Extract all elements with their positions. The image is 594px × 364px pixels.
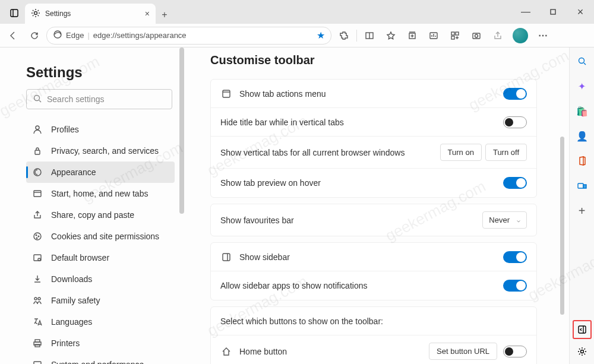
home-icon bbox=[220, 347, 232, 356]
svg-point-30 bbox=[34, 297, 37, 300]
edge-sidebar: ✦ 🛍️ 👤 + bbox=[569, 48, 594, 364]
svg-point-49 bbox=[580, 350, 583, 353]
toggle-hide-titlebar[interactable] bbox=[503, 116, 527, 128]
profile-icon bbox=[32, 124, 43, 135]
svg-rect-13 bbox=[456, 32, 459, 35]
nav-printers[interactable]: Printers bbox=[26, 333, 175, 354]
sidebar-discover-icon[interactable]: ✦ bbox=[573, 77, 591, 95]
favourites-select[interactable]: Never ⌵ bbox=[482, 211, 527, 229]
toggle-tab-actions[interactable] bbox=[503, 88, 527, 100]
svg-point-27 bbox=[36, 238, 37, 239]
start-icon bbox=[32, 188, 43, 199]
nav-family[interactable]: Family safety bbox=[26, 290, 175, 311]
toggle-home-button[interactable] bbox=[503, 346, 527, 357]
svg-rect-46 bbox=[578, 183, 583, 188]
refresh-button[interactable] bbox=[25, 26, 44, 45]
nav-languages[interactable]: Languages bbox=[26, 311, 175, 333]
svg-rect-35 bbox=[34, 362, 41, 364]
svg-rect-12 bbox=[451, 32, 454, 35]
svg-rect-22 bbox=[34, 191, 41, 197]
svg-point-25 bbox=[36, 235, 37, 236]
gear-icon bbox=[31, 8, 40, 20]
browser-toolbar: Edge | edge://settings/appearance ★ ⋯ bbox=[0, 24, 594, 48]
language-icon bbox=[32, 316, 43, 327]
maximize-button[interactable] bbox=[539, 0, 567, 24]
card-favourites: Show favourites bar Never ⌵ bbox=[210, 204, 537, 236]
url-text: edge://settings/appearance bbox=[93, 31, 187, 40]
nav-downloads[interactable]: Downloads bbox=[26, 268, 175, 290]
family-icon bbox=[32, 295, 43, 306]
system-icon bbox=[32, 359, 43, 364]
turn-on-button[interactable]: Turn on bbox=[440, 144, 482, 161]
chevron-down-icon: ⌵ bbox=[517, 217, 520, 223]
sidebar-hide-icon[interactable] bbox=[576, 323, 589, 336]
nav-scrollbar[interactable] bbox=[179, 48, 184, 214]
nav-appearance[interactable]: Appearance bbox=[26, 162, 175, 183]
star-icon[interactable]: ★ bbox=[317, 30, 325, 41]
nav-system[interactable]: System and performance bbox=[26, 354, 175, 364]
toggle-sidebar-notif[interactable] bbox=[503, 280, 527, 292]
row-vertical-tabs: Show vertical tabs for all current brows… bbox=[211, 137, 536, 169]
apps-icon[interactable] bbox=[445, 26, 465, 45]
row-tab-actions: Show tab actions menu bbox=[211, 80, 536, 108]
svg-point-17 bbox=[34, 95, 40, 100]
close-tab-icon[interactable]: × bbox=[145, 9, 150, 18]
svg-rect-0 bbox=[11, 10, 18, 17]
sidebar-search-icon[interactable] bbox=[573, 52, 591, 70]
svg-rect-3 bbox=[551, 10, 555, 14]
tab-actions-icon bbox=[220, 89, 232, 99]
sidebar-office-icon[interactable] bbox=[573, 152, 591, 170]
cookies-icon bbox=[32, 231, 43, 242]
settings-title: Settings bbox=[26, 64, 175, 81]
extensions-icon[interactable] bbox=[334, 26, 354, 45]
share-icon[interactable] bbox=[488, 26, 508, 45]
back-button[interactable] bbox=[4, 26, 23, 45]
svg-rect-47 bbox=[579, 326, 586, 333]
sidebar-shopping-icon[interactable]: 🛍️ bbox=[573, 102, 591, 120]
svg-rect-20 bbox=[35, 150, 40, 154]
toggle-show-sidebar[interactable] bbox=[503, 251, 527, 263]
new-tab-button[interactable]: + bbox=[156, 6, 173, 24]
card-toolbar-buttons: Select which buttons to show on the tool… bbox=[210, 306, 537, 364]
address-bar[interactable]: Edge | edge://settings/appearance ★ bbox=[46, 27, 331, 45]
lock-icon bbox=[32, 145, 43, 156]
search-placeholder: Search settings bbox=[47, 94, 105, 104]
profile-avatar[interactable] bbox=[513, 28, 528, 43]
more-icon[interactable]: ⋯ bbox=[533, 26, 553, 45]
minimize-button[interactable]: — bbox=[512, 0, 539, 24]
tab-actions-button[interactable] bbox=[4, 2, 25, 24]
sidebar-settings-icon[interactable] bbox=[573, 343, 591, 360]
nav-default[interactable]: Default browser bbox=[26, 247, 175, 268]
browser-tab[interactable]: Settings × bbox=[25, 4, 156, 24]
close-window-button[interactable]: × bbox=[567, 0, 594, 24]
sidebar-add-icon[interactable]: + bbox=[573, 202, 591, 220]
nav-privacy[interactable]: Privacy, search, and services bbox=[26, 140, 175, 162]
content-scrollbar[interactable] bbox=[560, 137, 564, 315]
svg-rect-14 bbox=[451, 36, 454, 39]
svg-line-45 bbox=[584, 63, 586, 65]
search-icon bbox=[33, 94, 42, 105]
svg-point-31 bbox=[38, 297, 40, 300]
set-url-button[interactable]: Set button URL bbox=[429, 343, 497, 360]
toggle-tab-preview[interactable] bbox=[503, 177, 527, 189]
main-area: Settings Search settings Profiles Privac… bbox=[0, 48, 594, 364]
sidebar-outlook-icon[interactable] bbox=[573, 177, 591, 195]
screenshot-icon[interactable] bbox=[466, 26, 486, 45]
sidebar-people-icon[interactable]: 👤 bbox=[573, 127, 591, 145]
svg-point-24 bbox=[34, 233, 41, 240]
nav-start[interactable]: Start, home, and new tabs bbox=[26, 183, 175, 204]
nav-share[interactable]: Share, copy and paste bbox=[26, 204, 175, 226]
turn-off-button[interactable]: Turn off bbox=[485, 144, 527, 161]
svg-point-16 bbox=[475, 34, 478, 37]
sidebar-icon bbox=[220, 252, 232, 262]
collections-icon[interactable] bbox=[402, 26, 422, 45]
favorites-icon[interactable] bbox=[381, 26, 401, 45]
search-settings-input[interactable]: Search settings bbox=[26, 89, 172, 109]
split-icon[interactable] bbox=[359, 26, 380, 45]
row-favourites: Show favourites bar Never ⌵ bbox=[211, 204, 536, 236]
nav-profiles[interactable]: Profiles bbox=[26, 119, 175, 140]
performance-icon[interactable] bbox=[424, 26, 444, 45]
svg-point-26 bbox=[38, 236, 39, 237]
card-sidebar: Show sidebar Allow sidebar apps to show … bbox=[210, 242, 537, 300]
nav-cookies[interactable]: Cookies and site permissions bbox=[26, 226, 175, 247]
